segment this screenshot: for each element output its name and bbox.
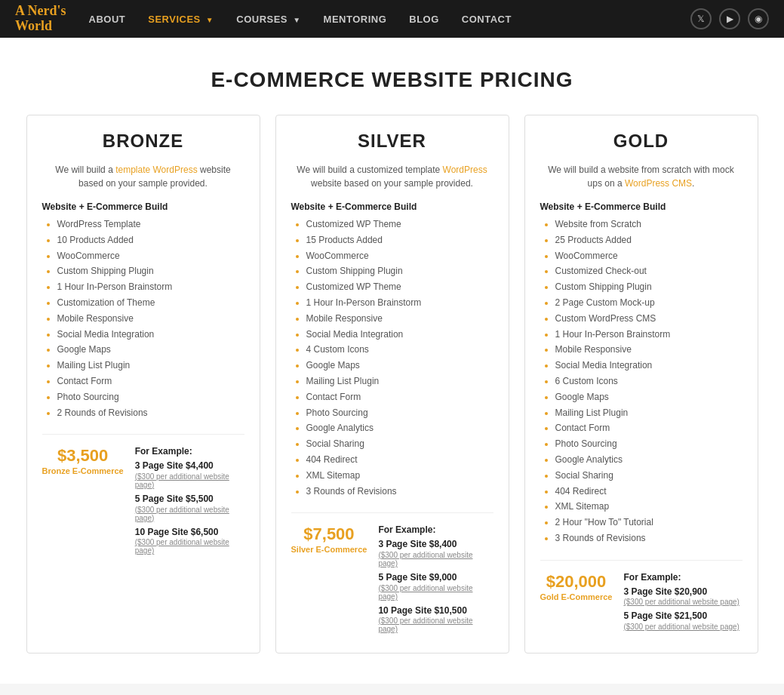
plan-card-bronze: BRONZEWe will build a template WordPress… <box>26 115 260 653</box>
plan-desc-1: We will build a customized template Word… <box>291 163 493 190</box>
list-item: Custom Shipping Plugin <box>555 281 742 294</box>
list-item: Mailing List Plugin <box>306 375 493 388</box>
list-item: 1 Hour In-Person Brainstorm <box>306 297 493 309</box>
price-examples-2: For Example:3 Page Site $20,900($300 per… <box>623 572 742 635</box>
list-item: Mobile Responsive <box>306 312 493 325</box>
list-item: Custom Shipping Plugin <box>306 265 493 278</box>
logo-text: A Nerd'sWorld <box>15 3 66 33</box>
example-sub: ($300 per additional website page) <box>623 623 742 631</box>
list-item: WordPress Template <box>57 218 244 231</box>
example-row: 3 Page Site $4,400 <box>135 460 244 472</box>
list-item: WooCommerce <box>57 250 244 263</box>
list-item: Mailing List Plugin <box>57 359 244 372</box>
twitter-icon[interactable]: 𝕏 <box>690 8 712 29</box>
example-sub: ($300 per additional website page) <box>378 551 493 567</box>
list-item: Social Sharing <box>555 469 742 482</box>
list-item: 4 Custom Icons <box>306 343 493 356</box>
example-row: 10 Page Site $10,500 <box>378 605 493 617</box>
plan-desc-2: We will build a website from scratch wit… <box>540 163 742 190</box>
site-logo[interactable]: A Nerd'sWorld <box>15 4 66 34</box>
example-sub: ($300 per additional website page) <box>135 472 244 489</box>
list-item: Customized WP Theme <box>306 218 493 231</box>
price-amount-0: $3,500 <box>42 446 124 466</box>
list-item: 25 Products Added <box>555 234 742 247</box>
list-item: 10 Products Added <box>57 234 244 247</box>
list-item: XML Sitemap <box>306 469 493 482</box>
list-item: 2 Hour "How To" Tutorial <box>555 516 742 529</box>
list-item: Customization of Theme <box>57 297 244 309</box>
list-item: 1 Hour In-Person Brainstorm <box>555 328 742 341</box>
price-label-2: Gold E-Commerce <box>540 592 613 602</box>
pricing-grid: BRONZEWe will build a template WordPress… <box>0 115 784 684</box>
example-row: 3 Page Site $20,900 <box>623 586 742 598</box>
nav-blog[interactable]: BLOG <box>409 14 439 25</box>
plan-card-silver: SILVERWe will build a customized templat… <box>275 115 509 653</box>
list-item: Contact Form <box>555 422 742 435</box>
price-amount-2: $20,000 <box>540 572 613 592</box>
navbar: A Nerd'sWorld ABOUT SERVICES ▼ COURSES ▼… <box>0 0 784 38</box>
example-row: 5 Page Site $5,500 <box>135 494 244 506</box>
list-item: Custom WordPress CMS <box>555 312 742 325</box>
nav-contact[interactable]: CONTACT <box>462 14 512 25</box>
list-item: 15 Products Added <box>306 234 493 247</box>
list-item: 6 Custom Icons <box>555 375 742 388</box>
plan-card-gold: GOLDWe will build a website from scratch… <box>524 115 758 653</box>
list-item: XML Sitemap <box>555 500 742 513</box>
feature-list-1: Customized WP Theme15 Products AddedWooC… <box>291 218 493 497</box>
price-amount-1: $7,500 <box>291 524 367 544</box>
section-heading-0: Website + E-Commerce Build <box>42 201 244 212</box>
list-item: Mobile Responsive <box>555 343 742 356</box>
services-arrow: ▼ <box>206 16 214 24</box>
pricing-footer-1: $7,500Silver E-CommerceFor Example:3 Pag… <box>291 512 493 638</box>
price-examples-1: For Example:3 Page Site $8,400($300 per … <box>378 524 493 638</box>
list-item: WooCommerce <box>306 250 493 263</box>
pricing-footer-2: $20,000Gold E-CommerceFor Example:3 Page… <box>540 560 742 635</box>
instagram-icon[interactable]: ◉ <box>748 8 769 29</box>
list-item: 404 Redirect <box>555 485 742 498</box>
section-heading-1: Website + E-Commerce Build <box>291 201 493 212</box>
example-sub: ($300 per additional website page) <box>623 598 742 606</box>
list-item: 2 Page Custom Mock-up <box>555 297 742 309</box>
list-item: Google Maps <box>555 391 742 404</box>
list-item: Google Analytics <box>555 454 742 466</box>
list-item: Photo Sourcing <box>57 391 244 404</box>
price-label-1: Silver E-Commerce <box>291 544 367 555</box>
price-examples-0: For Example:3 Page Site $4,400($300 per … <box>135 446 244 559</box>
plan-title-2: GOLD <box>540 131 742 152</box>
list-item: Photo Sourcing <box>555 438 742 451</box>
example-label-0: For Example: <box>135 446 244 457</box>
list-item: Google Maps <box>57 343 244 356</box>
pricing-footer-0: $3,500Bronze E-CommerceFor Example:3 Pag… <box>42 434 244 559</box>
feature-list-0: WordPress Template10 Products AddedWooCo… <box>42 218 244 419</box>
list-item: Google Analytics <box>306 422 493 435</box>
example-label-2: For Example: <box>623 572 742 583</box>
price-label-0: Bronze E-Commerce <box>42 466 124 476</box>
list-item: Google Maps <box>306 359 493 372</box>
nav-about[interactable]: ABOUT <box>89 14 126 25</box>
list-item: Social Media Integration <box>306 328 493 341</box>
section-heading-2: Website + E-Commerce Build <box>540 201 742 212</box>
example-sub: ($300 per additional website page) <box>378 617 493 633</box>
price-main-1: $7,500Silver E-Commerce <box>291 524 367 555</box>
social-icons: 𝕏 ▶ ◉ <box>690 8 769 29</box>
nav-services[interactable]: SERVICES ▼ <box>148 14 214 25</box>
list-item: Customized WP Theme <box>306 281 493 294</box>
list-item: 3 Rounds of Revisions <box>306 485 493 498</box>
nav-courses[interactable]: COURSES ▼ <box>236 14 300 25</box>
plan-title-1: SILVER <box>291 131 493 152</box>
list-item: 3 Rounds of Revisions <box>555 532 742 545</box>
list-item: Mobile Responsive <box>57 312 244 325</box>
list-item: Mailing List Plugin <box>555 407 742 420</box>
feature-list-2: Website from Scratch25 Products AddedWoo… <box>540 218 742 545</box>
nav-mentoring[interactable]: MENTORING <box>324 14 387 25</box>
list-item: Customized Check-out <box>555 265 742 278</box>
example-row: 5 Page Site $9,000 <box>378 572 493 584</box>
nav-links: ABOUT SERVICES ▼ COURSES ▼ MENTORING BLO… <box>89 14 691 25</box>
list-item: Contact Form <box>306 391 493 404</box>
youtube-icon[interactable]: ▶ <box>719 8 740 29</box>
list-item: Social Sharing <box>306 438 493 451</box>
list-item: Custom Shipping Plugin <box>57 265 244 278</box>
plan-desc-0: We will build a template WordPress websi… <box>42 163 244 190</box>
example-sub: ($300 per additional website page) <box>378 584 493 601</box>
list-item: 404 Redirect <box>306 454 493 466</box>
